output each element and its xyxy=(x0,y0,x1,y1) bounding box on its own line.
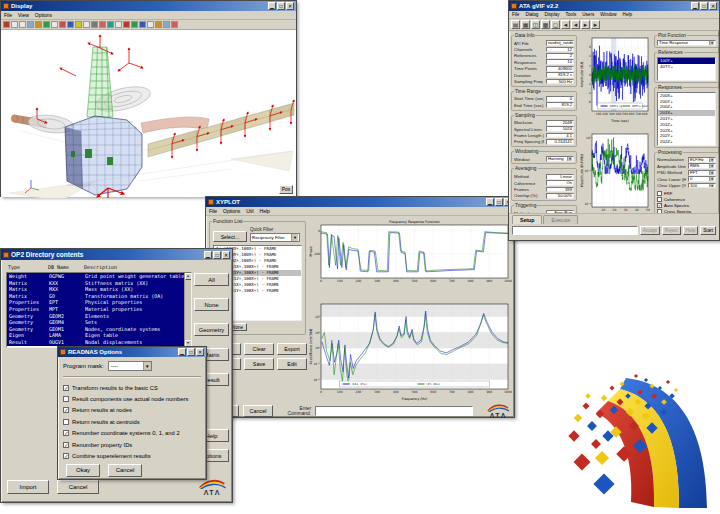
toolbar-icon[interactable] xyxy=(99,21,106,28)
field-value[interactable]: 10 xyxy=(546,59,574,65)
table-row[interactable]: PropertiesEPTPhysical properties xyxy=(7,299,191,306)
toolbar-icon[interactable] xyxy=(59,21,66,28)
minimize-icon[interactable]: ▁ xyxy=(486,198,494,206)
titlebar[interactable]: Display ▁ □ ✕ xyxy=(1,1,296,11)
field-value[interactable]: 500 Hz xyxy=(546,79,574,85)
tab-setup[interactable]: Setup xyxy=(512,215,542,224)
cancel-button[interactable]: Cancel xyxy=(243,405,273,417)
maximize-icon[interactable]: □ xyxy=(495,198,503,206)
responses-list[interactable]: 200X+200Y+200Z+201X+201Y+201Z+202X+202Y+… xyxy=(657,92,716,146)
new-icon[interactable]: ▤ xyxy=(511,20,520,29)
reject-button[interactable]: Reject xyxy=(662,226,681,235)
field-value[interactable]: 0 xyxy=(546,96,574,102)
dropdown-arrow-icon[interactable]: ▼ xyxy=(291,234,298,241)
export-button[interactable]: Export xyxy=(277,343,307,355)
close-icon[interactable]: ✕ xyxy=(222,251,230,259)
close-icon[interactable]: ✕ xyxy=(196,348,204,356)
window-icon[interactable]: ◻ xyxy=(551,20,560,29)
toolbar-icon[interactable] xyxy=(131,21,138,28)
checkbox[interactable]: ✓ xyxy=(63,407,69,413)
field-dropdown[interactable]: 0▼ xyxy=(688,176,716,182)
maximize-icon[interactable]: □ xyxy=(213,251,221,259)
toolbar-icon[interactable] xyxy=(83,21,90,28)
table-row[interactable]: EigenLAMAEigen table xyxy=(7,332,191,339)
toolbar-icon[interactable] xyxy=(3,21,10,28)
dropdown-arrow-icon[interactable]: ▼ xyxy=(709,177,714,181)
menu-item[interactable]: File xyxy=(512,12,519,17)
toolbar-icon[interactable] xyxy=(147,21,154,28)
dropdown-arrow-icon[interactable]: ▼ xyxy=(709,41,714,45)
status-input[interactable] xyxy=(512,226,638,235)
checkbox[interactable]: ✓ xyxy=(657,203,662,208)
plot-function-dropdown[interactable]: Time Response ▼ xyxy=(657,40,716,46)
psd-plot[interactable]: 102030405010⁻⁴10⁻²10⁰Frequency (Hz)Magni… xyxy=(579,127,652,218)
toolbar-icon[interactable] xyxy=(35,21,42,28)
checkbox[interactable] xyxy=(657,197,662,202)
field-value[interactable]: 399 xyxy=(546,187,574,193)
table-row[interactable]: GeometryGEOM4Sets xyxy=(7,319,191,326)
field-value[interactable]: 50.00% xyxy=(546,193,574,199)
dropdown-arrow-icon[interactable]: ▼ xyxy=(709,158,714,162)
field-dropdown[interactable]: FFT▼ xyxy=(688,170,716,176)
all-button[interactable]: All xyxy=(194,273,229,286)
cancel-button[interactable]: Cancel xyxy=(108,464,142,477)
field-dropdown[interactable]: 100▼ xyxy=(688,183,716,189)
start-button[interactable]: Start xyxy=(700,226,716,235)
help-button[interactable]: Help xyxy=(683,226,698,235)
field-value[interactable]: Linear xyxy=(546,174,574,180)
field-value[interactable]: 12 xyxy=(546,47,574,53)
table-row[interactable]: WeightOGPWGGrid point weight generator t… xyxy=(7,273,191,280)
field-value[interactable]: 819.2 s xyxy=(546,72,574,78)
open-icon[interactable]: ▦ xyxy=(521,20,530,29)
checkbox[interactable]: ✓ xyxy=(63,430,69,436)
references-list[interactable]: 100Y+40TY+ xyxy=(657,57,716,81)
close-icon[interactable]: ✕ xyxy=(709,2,717,10)
checkbox[interactable]: ✓ xyxy=(63,385,69,391)
menu-item[interactable]: File xyxy=(209,208,217,214)
menu-item[interactable]: View xyxy=(18,12,29,18)
menu-item[interactable]: Window xyxy=(600,12,616,17)
menu-item[interactable]: Options xyxy=(35,12,52,18)
toolbar-icon[interactable] xyxy=(107,21,114,28)
field-value[interactable]: 819.2 xyxy=(546,102,574,108)
table-row[interactable]: MatrixGOTransformation matrix (OA) xyxy=(7,293,191,300)
menu-item[interactable]: Util xyxy=(246,208,253,214)
field-value[interactable]: 1024 xyxy=(546,126,574,132)
titlebar[interactable]: ATA gVIF v2.2 ▁ □ ✕ xyxy=(509,1,719,11)
menu-item[interactable]: Help xyxy=(623,12,632,17)
minimize-icon[interactable]: ▁ xyxy=(178,348,186,356)
none-button[interactable]: None xyxy=(194,298,229,311)
clear-button[interactable]: Clear xyxy=(244,343,274,355)
field-value[interactable]: 2 xyxy=(546,53,574,59)
okay-button[interactable]: Okay xyxy=(66,464,100,477)
toolbar-icon[interactable] xyxy=(11,21,18,28)
scrollbar[interactable]: ▲ ▼ xyxy=(184,273,191,347)
toolbar-icon[interactable] xyxy=(139,21,146,28)
checkbox[interactable] xyxy=(63,419,69,425)
checkbox[interactable]: ✓ xyxy=(63,453,69,459)
toolbar-icon[interactable] xyxy=(171,21,178,28)
play-icon[interactable]: ► xyxy=(581,20,590,29)
toolbar-icon[interactable] xyxy=(75,21,82,28)
phase-plot[interactable]: 010020030040050060070080090010000-100Fre… xyxy=(308,218,512,290)
menu-item[interactable]: Dialog xyxy=(525,12,538,17)
maximize-icon[interactable]: □ xyxy=(277,2,285,10)
field-dropdown[interactable]: RMS▼ xyxy=(688,163,716,169)
toolbar-icon[interactable] xyxy=(155,21,162,28)
field-value[interactable]: 409600 xyxy=(546,66,574,72)
table-row[interactable]: GeometryGEOM2Elements xyxy=(7,313,191,320)
table-row[interactable]: ResultOUGV1Nodal displacements xyxy=(7,339,191,346)
list-item[interactable]: 202Z+ xyxy=(658,139,715,145)
program-mask-dropdown[interactable]: ---- ▼ xyxy=(108,361,152,371)
toolbar-icon[interactable] xyxy=(43,21,50,28)
toolbar-icon[interactable] xyxy=(27,21,34,28)
options-icon[interactable]: ▩ xyxy=(541,20,550,29)
maximize-icon[interactable]: □ xyxy=(700,2,708,10)
menu-item[interactable]: Tools xyxy=(566,12,577,17)
titlebar[interactable]: READNAS Options ▁ □ ✕ xyxy=(58,347,206,357)
db-table[interactable]: WeightOGPWGGrid point weight generator t… xyxy=(6,272,192,348)
field-dropdown[interactable]: Hanning▼ xyxy=(546,156,574,162)
toolbar-icon[interactable] xyxy=(91,21,98,28)
dropdown-arrow-icon[interactable]: ▼ xyxy=(709,171,714,175)
cancel-button[interactable]: Cancel xyxy=(57,480,99,494)
